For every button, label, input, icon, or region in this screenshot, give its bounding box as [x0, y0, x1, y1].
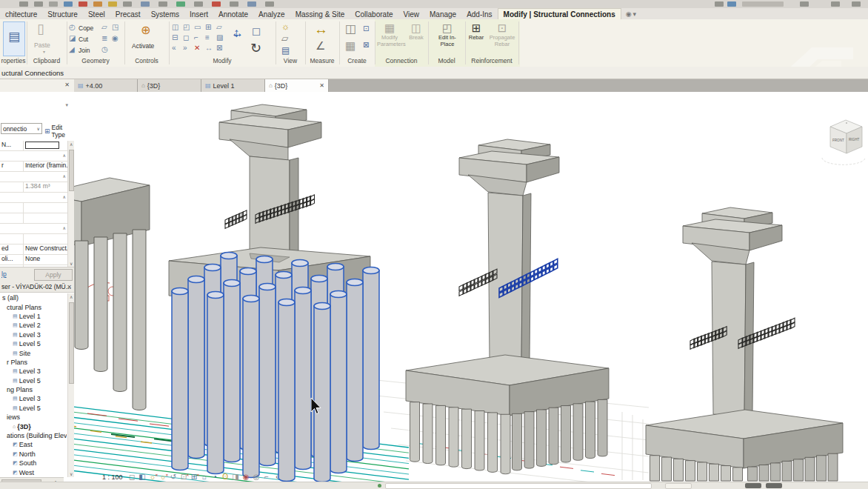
collapse-chevron-icon[interactable]: ∧ [63, 194, 66, 199]
value-input[interactable] [25, 142, 59, 149]
modify-tool-icon[interactable]: ◻ [183, 34, 189, 41]
tab-view[interactable]: View [398, 8, 424, 19]
reveal-hidden-elements-icon[interactable]: ʘ [221, 473, 230, 481]
qat-icon[interactable] [141, 1, 150, 7]
show-crop-region-icon[interactable]: ⊞✕ [190, 473, 198, 481]
qat-icon[interactable] [715, 1, 724, 7]
activate-icon[interactable]: ⊕ [141, 24, 150, 36]
browser-item[interactable]: ▤Level 5 [0, 404, 67, 413]
reveal-constraints-icon[interactable]: ⌐ [263, 473, 271, 481]
view-tab-3d-a[interactable]: ⌂ {3D} [138, 79, 201, 92]
geometry-icon-b[interactable]: ◳ [112, 24, 118, 31]
browser-item[interactable]: ▤Level 3 [0, 367, 67, 376]
create-similar-icon[interactable]: ⊡ [363, 25, 369, 33]
modify-tool-icon[interactable]: ◫ [172, 24, 178, 31]
modify-tool-icon[interactable]: « [172, 44, 176, 52]
edit-in-place-button[interactable]: ◰ Edit In-Place [432, 21, 463, 48]
tab-massing-site[interactable]: Massing & Site [290, 8, 350, 19]
tab-structure[interactable]: Structure [42, 8, 83, 19]
status-field[interactable] [385, 483, 652, 489]
modify-tool-icon[interactable]: ⊞ [205, 24, 211, 31]
qat-icon[interactable] [230, 1, 238, 7]
geometry-icon-e[interactable]: ◷ [101, 46, 108, 53]
scroll-down-icon[interactable]: ∨ [70, 261, 73, 266]
temporary-view-properties-icon[interactable]: ◨ [232, 473, 240, 481]
tab-annotate[interactable]: Annotate [213, 8, 253, 19]
tab-steel[interactable]: Steel [83, 8, 110, 19]
property-row[interactable] [0, 213, 67, 224]
cut-icon[interactable]: ◪ [69, 35, 76, 42]
browser-item[interactable]: ◩East [0, 440, 67, 449]
tab-collaborate[interactable]: Collaborate [350, 8, 398, 19]
viewcube[interactable]: FRONT RIGHT [822, 120, 865, 164]
property-row[interactable]: r Interior (framin... [0, 162, 67, 172]
far-left-pier[interactable] [74, 178, 150, 410]
scroll-down-icon[interactable]: ∨ [70, 471, 73, 476]
qat-icon[interactable] [108, 1, 117, 7]
qat-icon[interactable] [34, 1, 43, 7]
selected-piles[interactable] [172, 253, 379, 482]
middle-pier[interactable] [406, 139, 609, 474]
cope-button[interactable]: Cope [79, 24, 93, 32]
modify-tool-icon[interactable]: ▱ [216, 24, 222, 31]
tab-systems[interactable]: Systems [146, 8, 184, 19]
property-group-row[interactable]: ∧ [0, 172, 67, 182]
scale-button[interactable]: 1 : 100 [102, 473, 123, 481]
browser-item[interactable]: ◩South [0, 459, 67, 468]
tab-manage[interactable]: Manage [424, 8, 461, 19]
tab-analyze[interactable]: Analyze [253, 8, 290, 19]
properties-button[interactable]: ▤ [3, 21, 25, 56]
tab-precast[interactable]: Precast [110, 8, 146, 19]
scroll-up-icon[interactable]: ∧ [70, 142, 73, 147]
modify-parameters-button[interactable]: ▦ Modify Parameters [377, 21, 402, 48]
browser-item[interactable]: ations (Building Elevation [0, 431, 67, 440]
geometry-icon-c[interactable]: ≣ [101, 35, 107, 42]
tab-add-ins[interactable]: Add-Ins [461, 8, 497, 19]
modify-tool-icon[interactable]: ▭ [194, 24, 201, 31]
qat-icon[interactable] [176, 1, 185, 7]
qat-icon[interactable] [212, 1, 221, 7]
crop-view-icon[interactable]: ⊡✕ [180, 473, 188, 481]
propagate-rebar-button[interactable]: ⊡ Propagate Rebar [487, 21, 517, 48]
shadows-icon[interactable]: ☼✕ [159, 473, 167, 481]
collapse-chevron-icon[interactable]: ∧ [63, 225, 66, 230]
collapse-chevron-icon[interactable]: ∧ [63, 153, 66, 158]
modify-tool-icon[interactable]: ⊟ [172, 34, 178, 41]
property-row[interactable] [0, 234, 67, 245]
qat-icon[interactable] [800, 1, 809, 7]
property-row[interactable] [0, 203, 67, 213]
create-solid-icon[interactable]: ▦ [345, 40, 355, 51]
qat-icon[interactable] [19, 1, 28, 7]
collapse-chevron-icon[interactable]: ∧ [63, 173, 66, 179]
qat-icon[interactable] [194, 1, 203, 7]
temporary-hide-isolate-icon[interactable]: ◔ [211, 473, 219, 481]
geometry-icon-d[interactable]: ◉ [112, 35, 118, 42]
qat-icon[interactable] [93, 1, 102, 7]
cutaway-icon[interactable]: ▤ [281, 46, 290, 55]
visual-style-icon[interactable]: ◧ [138, 473, 147, 481]
browser-item[interactable]: ▤Site [0, 348, 67, 357]
project-browser-header[interactable]: ser - VİYADÜK-02 (MÜ... ✕ [0, 282, 74, 293]
qat-icon[interactable] [742, 1, 784, 7]
qat-icon[interactable] [123, 1, 132, 7]
unlocked-3d-view-icon[interactable]: ⌂ [201, 473, 209, 481]
break-button[interactable]: ◫ Break [406, 21, 427, 41]
status-toggle[interactable] [745, 483, 761, 488]
modify-tool-icon[interactable]: ⊠ [216, 44, 222, 52]
property-row[interactable]: N... [0, 141, 67, 151]
tab-modify-structural-connections[interactable]: Modify | Structural Connections [498, 8, 621, 19]
apply-button[interactable]: Apply [34, 269, 73, 281]
browser-item-3d-active[interactable]: ⌂{3D} [0, 422, 67, 430]
rebar-button[interactable]: ⊞ Rebar [467, 21, 486, 41]
coping-icon[interactable]: ◴ [69, 24, 76, 31]
browser-item[interactable]: r Plans [0, 358, 67, 367]
geometry-icon-a[interactable]: ▱ [101, 24, 107, 31]
qat-icon[interactable] [831, 1, 840, 7]
type-selector[interactable]: onnectio ∨ [1, 123, 42, 134]
close-icon[interactable]: ✕ [67, 284, 72, 290]
drawing-area[interactable]: FRONT RIGHT [74, 92, 868, 482]
scroll-up-icon[interactable]: ∧ [70, 294, 73, 299]
tab-architecture[interactable]: chitecture [0, 8, 42, 19]
view-tab-3d-active[interactable]: ⌂ {3D} ✕ [265, 79, 329, 92]
join-button[interactable]: Join [79, 47, 90, 54]
